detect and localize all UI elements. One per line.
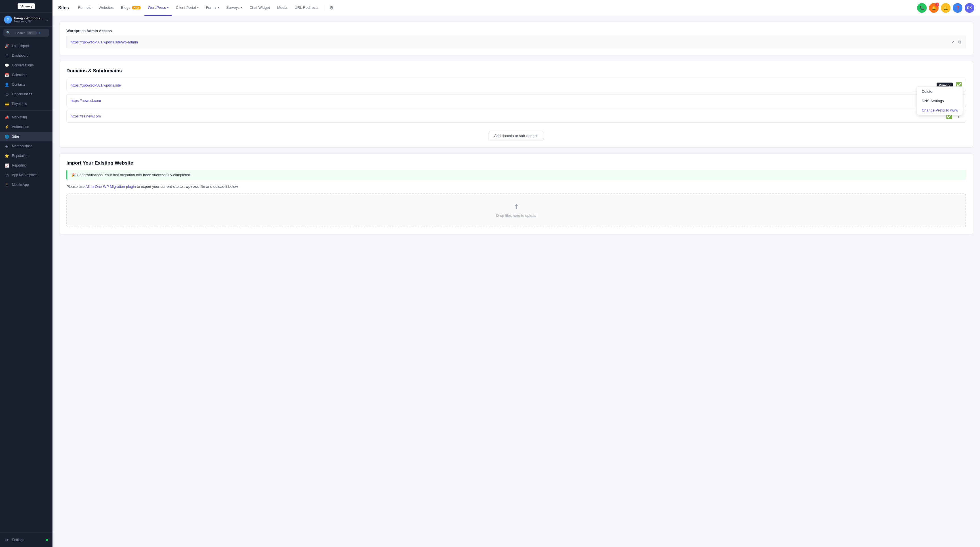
admin-url-link[interactable]: https://gp5wzok581.wpdns.site/wp-admin — [71, 40, 948, 44]
opportunities-label: Opportunities — [12, 92, 32, 96]
sidebar-item-calendars[interactable]: 📅 Calendars — [0, 70, 52, 80]
tab-client-portal[interactable]: Client Portal ▾ — [172, 0, 202, 16]
sidebar-item-memberships[interactable]: ◈ Memberships — [0, 141, 52, 151]
tab-wordpress[interactable]: WordPress ▾ — [145, 0, 172, 16]
import-desc-part2: to export your current site to — [136, 184, 184, 189]
phone-icon-button[interactable]: 📞 — [917, 3, 927, 13]
notification-badge: 2 — [935, 3, 939, 6]
tab-surveys[interactable]: Surveys ▾ — [223, 0, 246, 16]
bell-icon-button[interactable]: 🔔 — [941, 3, 950, 13]
page-title: Sites — [58, 5, 69, 11]
tab-websites[interactable]: Websites — [95, 0, 117, 16]
reporting-icon: 📈 — [5, 163, 9, 168]
top-right-icons: 📞 🔔 2 🔔 ❓ RK — [917, 3, 974, 13]
search-add-icon[interactable]: + — [38, 31, 46, 35]
user-avatar[interactable]: RK — [965, 3, 974, 13]
reputation-label: Reputation — [12, 154, 29, 158]
sidebar-account[interactable]: P Parag - Wordpress T... New York, NY ⌄ — [0, 13, 52, 27]
contacts-icon: 👤 — [5, 82, 9, 87]
sidebar-item-settings[interactable]: ⚙ Settings — [0, 535, 52, 545]
migration-plugin-link[interactable]: All-in-One WP Migration plugin — [85, 184, 136, 189]
account-location: New York, NY — [14, 20, 43, 23]
settings-green-dot — [46, 539, 48, 541]
domain-row-sslnew: https://sslnew.com ✅ ⋮ — [67, 110, 966, 122]
domain-url-sslnew: https://sslnew.com — [71, 114, 943, 118]
opportunities-icon: ⬡ — [5, 92, 9, 97]
launchpad-label: Launchpad — [12, 44, 29, 48]
sidebar-item-launchpad[interactable]: 🚀 Launchpad — [0, 41, 52, 51]
memberships-label: Memberships — [12, 144, 32, 148]
import-desc-part3: file and upload it below — [199, 184, 238, 189]
payments-icon: 💳 — [5, 102, 9, 106]
dropdown-delete[interactable]: Delete — [917, 86, 963, 96]
import-desc-code: .wpress — [184, 184, 199, 189]
sidebar-item-marketing[interactable]: 📣 Marketing — [0, 112, 52, 122]
domain-dropdown-menu: Delete DNS Settings Change Prefix to www — [917, 86, 963, 115]
mobile-app-label: Mobile App — [12, 183, 29, 187]
domains-card: Domains & Subdomains https://gp5wzok581.… — [59, 61, 973, 148]
dashboard-label: Dashboard — [12, 54, 29, 57]
external-link-icon[interactable]: ↗ — [950, 39, 955, 45]
tab-chat-widget[interactable]: Chat Widget — [246, 0, 273, 16]
memberships-icon: ◈ — [5, 144, 9, 148]
marketing-icon: 📣 — [5, 115, 9, 119]
domain-url-newssl: https://newssl.com — [71, 99, 927, 103]
sidebar-item-dashboard[interactable]: ⊞ Dashboard — [0, 51, 52, 60]
domain-row-primary: https://gp5wzok581.wpdns.site Primary ✅ — [67, 79, 966, 91]
search-placeholder: Search — [16, 31, 25, 35]
import-description: Please use All-in-One WP Migration plugi… — [67, 184, 966, 189]
settings-gear-button[interactable]: ⚙ — [328, 3, 335, 12]
surveys-chevron-icon: ▾ — [240, 6, 242, 9]
admin-section-title: Wordpress Admin Access — [67, 29, 966, 33]
dashboard-icon: ⊞ — [5, 53, 9, 58]
tab-forms[interactable]: Forms ▾ — [203, 0, 223, 16]
sidebar-item-mobile-app[interactable]: 📱 Mobile App — [0, 180, 52, 189]
sidebar-item-contacts[interactable]: 👤 Contacts — [0, 80, 52, 89]
help-icon-button[interactable]: ❓ — [953, 3, 963, 13]
forms-label: Forms — [206, 5, 216, 10]
search-box[interactable]: 🔍 Search ⌘K + — [3, 29, 49, 37]
reputation-icon: ⭐ — [5, 154, 9, 158]
calendars-icon: 📅 — [5, 73, 9, 77]
mobile-app-icon: 📱 — [5, 183, 9, 187]
sidebar-search-container: 🔍 Search ⌘K + — [0, 27, 52, 39]
reporting-label: Reporting — [12, 164, 27, 167]
nav-divider — [325, 5, 325, 11]
account-info: Parag - Wordpress T... New York, NY — [14, 16, 43, 23]
tab-url-redirects[interactable]: URL Redirects — [291, 0, 322, 16]
tab-funnels[interactable]: Funnels — [75, 0, 94, 16]
upload-text: Drop files here to upload — [496, 213, 536, 218]
sidebar-item-reporting[interactable]: 📈 Reporting — [0, 161, 52, 170]
copy-link-icon[interactable]: ⧉ — [958, 39, 962, 45]
sidebar: °Agency P Parag - Wordpress T... New Yor… — [0, 0, 52, 547]
settings-label: Settings — [12, 538, 24, 542]
import-desc-part1: Please use — [67, 184, 85, 189]
account-dropdown-arrow: ⌄ — [46, 17, 49, 22]
dropdown-dns-settings[interactable]: DNS Settings — [917, 96, 963, 105]
calendars-label: Calendars — [12, 73, 27, 77]
tab-media[interactable]: Media — [274, 0, 291, 16]
app-marketplace-icon: 🗂 — [5, 173, 9, 177]
add-domain-button[interactable]: Add domain or sub-domain — [488, 131, 544, 140]
main-area: Sites Funnels Websites Blogs New WordPre… — [52, 0, 980, 547]
dropdown-change-prefix[interactable]: Change Prefix to www — [917, 105, 963, 114]
tab-blogs[interactable]: Blogs New — [118, 0, 144, 16]
sidebar-item-sites[interactable]: 🌐 Sites — [0, 132, 52, 141]
wordpress-admin-card: Wordpress Admin Access https://gp5wzok58… — [59, 22, 973, 55]
sidebar-item-opportunities[interactable]: ⬡ Opportunities — [0, 89, 52, 99]
sidebar-item-conversations[interactable]: 💬 Conversations — [0, 60, 52, 70]
surveys-label: Surveys — [226, 5, 240, 10]
marketing-label: Marketing — [12, 115, 27, 119]
launchpad-icon: 🚀 — [5, 44, 9, 48]
sidebar-item-automation[interactable]: ⚡ Automation — [0, 122, 52, 132]
blogs-new-badge: New — [132, 6, 140, 10]
sidebar-item-reputation[interactable]: ⭐ Reputation — [0, 151, 52, 161]
sidebar-item-app-marketplace[interactable]: 🗂 App Marketplace — [0, 170, 52, 180]
sites-label: Sites — [12, 135, 19, 138]
sidebar-item-payments[interactable]: 💳 Payments — [0, 99, 52, 109]
upload-drop-zone[interactable]: ⬆ Drop files here to upload — [67, 194, 966, 227]
settings-icon: ⚙ — [5, 537, 9, 542]
contacts-label: Contacts — [12, 83, 25, 86]
sidebar-logo: °Agency — [0, 0, 52, 13]
notification-icon-button[interactable]: 🔔 2 — [929, 3, 939, 13]
